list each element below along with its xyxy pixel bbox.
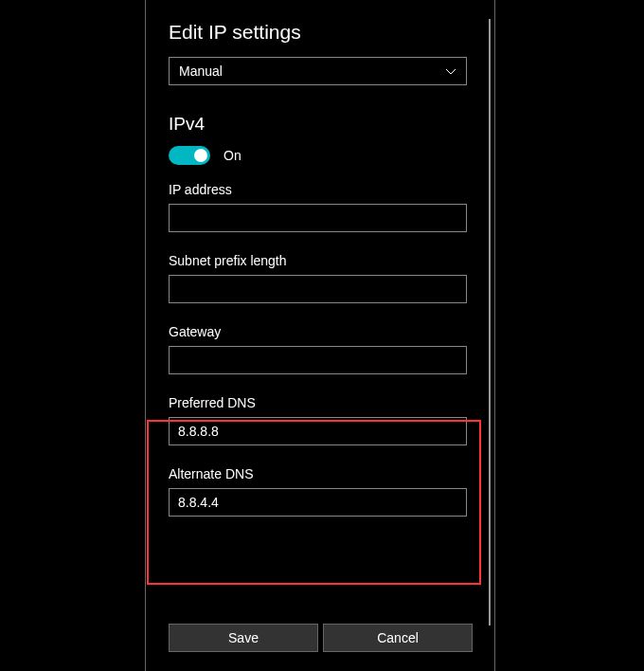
dropdown-selected: Manual	[179, 63, 223, 79]
gateway-label: Gateway	[169, 324, 472, 339]
dialog-title: Edit IP settings	[169, 21, 472, 44]
gateway-input[interactable]	[169, 346, 467, 374]
ip-address-input[interactable]	[169, 204, 467, 232]
ipv4-toggle[interactable]	[169, 146, 210, 165]
preferred-dns-label: Preferred DNS	[169, 395, 472, 410]
mode-dropdown[interactable]: Manual	[169, 57, 467, 85]
save-button[interactable]: Save	[169, 624, 318, 652]
preferred-dns-input[interactable]	[169, 417, 467, 445]
alternate-dns-input[interactable]	[169, 488, 467, 517]
toggle-knob	[194, 149, 207, 162]
chevron-down-icon	[445, 65, 456, 77]
ipv4-toggle-label: On	[224, 148, 242, 163]
cancel-button[interactable]: Cancel	[323, 624, 473, 652]
scrollbar[interactable]	[489, 19, 491, 626]
subnet-input[interactable]	[169, 275, 467, 303]
ip-address-label: IP address	[169, 182, 472, 197]
ip-settings-dialog: Edit IP settings Manual IPv4 On IP addre…	[145, 0, 495, 671]
subnet-label: Subnet prefix length	[169, 253, 472, 268]
alternate-dns-label: Alternate DNS	[169, 466, 472, 481]
ipv4-heading: IPv4	[169, 114, 472, 135]
